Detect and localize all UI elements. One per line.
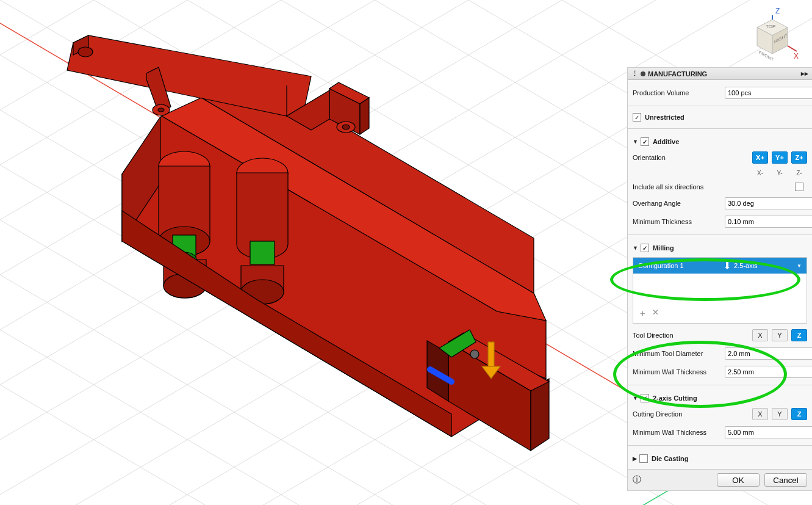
orient-yminus[interactable]: Y- [772,170,788,176]
add-config-button[interactable]: ＋ [638,308,647,319]
config-mode: 2.5-axis [734,262,758,269]
orient-yplus[interactable]: Y+ [772,151,788,164]
cutdir-z[interactable]: Z [791,408,807,420]
svg-rect-54 [250,241,275,264]
manufacturing-panel: ⋮ MANUFACTURING ▸▸ Production Volume ✓ U… [627,67,812,491]
minwall-m-label: Minimum Wall Thickness [633,368,725,376]
svg-point-45 [158,108,164,112]
svg-text:TOP: TOP [766,24,775,29]
diecast-checkbox[interactable] [639,454,648,463]
viewcube[interactable]: Z TOP FRONT RIGHT X [739,6,800,67]
mintool-label: Minimum Tool Diameter [633,350,725,357]
svg-marker-43 [360,98,369,134]
svg-point-66 [470,350,479,358]
mintool-input[interactable] [725,347,812,360]
svg-marker-78 [725,267,730,269]
include-all-checkbox[interactable] [795,183,803,191]
remove-config-button[interactable]: ✕ [652,308,659,319]
panel-grip-icon: ⋮ [631,70,638,78]
info-icon[interactable]: ⓘ [633,474,641,485]
milling-checkbox[interactable]: ✓ [641,244,649,252]
minwall-c-label: Minimum Wall Thickness [633,429,725,436]
diecast-section[interactable]: ▶ Die Casting [633,454,807,463]
orient-xminus[interactable]: X- [752,170,768,176]
panel-title: MANUFACTURING [648,70,707,78]
config-name: Configuration 1 [638,262,684,269]
svg-point-47 [342,125,350,129]
cutdir-label: Cutting Direction [633,410,752,418]
additive-section[interactable]: ▼ ✓ Additive [633,137,807,146]
prod-volume-input[interactable] [725,87,812,99]
minwall-m-input[interactable] [725,366,812,378]
overhang-input[interactable] [725,197,812,209]
orient-zplus[interactable]: Z+ [791,151,807,164]
prod-volume-label: Production Volume [633,89,725,96]
svg-line-30 [0,453,732,505]
cutdir-y[interactable]: Y [772,408,788,420]
milling-section[interactable]: ▼ ✓ Milling [633,244,807,252]
config-dropdown[interactable]: ▼ [797,263,802,269]
svg-point-37 [78,47,93,57]
svg-rect-77 [726,262,728,267]
panel-dot-icon [641,71,645,76]
panel-header[interactable]: ⋮ MANUFACTURING ▸▸ [628,68,812,80]
cutting-section[interactable]: ▼ ✓ 2-axis Cutting [633,394,807,402]
expand-icon[interactable]: ▸▸ [801,70,808,78]
include-all-label: Include all six directions [633,183,795,191]
tooldir-y[interactable]: Y [772,329,788,341]
config-list: Configuration 1 2.5-axis ▼ ＋ ✕ [633,257,807,324]
minwall-c-input[interactable] [725,426,812,438]
collapse-icon: ▼ [633,139,638,145]
tooldir-x[interactable]: X [752,329,768,341]
cutdir-x[interactable]: X [752,408,768,420]
orient-xplus[interactable]: X+ [752,151,768,164]
minthick-input[interactable] [725,216,812,228]
tooldir-z[interactable]: Z [791,329,807,341]
svg-rect-64 [488,342,494,366]
additive-checkbox[interactable]: ✓ [641,137,649,146]
orientation-label: Orientation [633,154,752,161]
svg-text:Z: Z [775,7,780,15]
orient-zminus[interactable]: Z- [791,170,807,176]
svg-line-75 [788,46,797,51]
endmill-icon [723,261,731,270]
unrestricted-label: Unrestricted [645,114,684,121]
unrestricted-checkbox[interactable]: ✓ [633,113,641,122]
svg-text:X: X [794,52,799,60]
cutting-checkbox[interactable]: ✓ [641,394,649,402]
config-row[interactable]: Configuration 1 2.5-axis ▼ [633,258,807,274]
tooldir-label: Tool Direction [633,332,752,339]
overhang-label: Overhang Angle [633,200,725,207]
ok-button[interactable]: OK [717,473,760,487]
cancel-button[interactable]: Cancel [764,473,807,487]
minthick-label: Minimum Thickness [633,218,725,225]
